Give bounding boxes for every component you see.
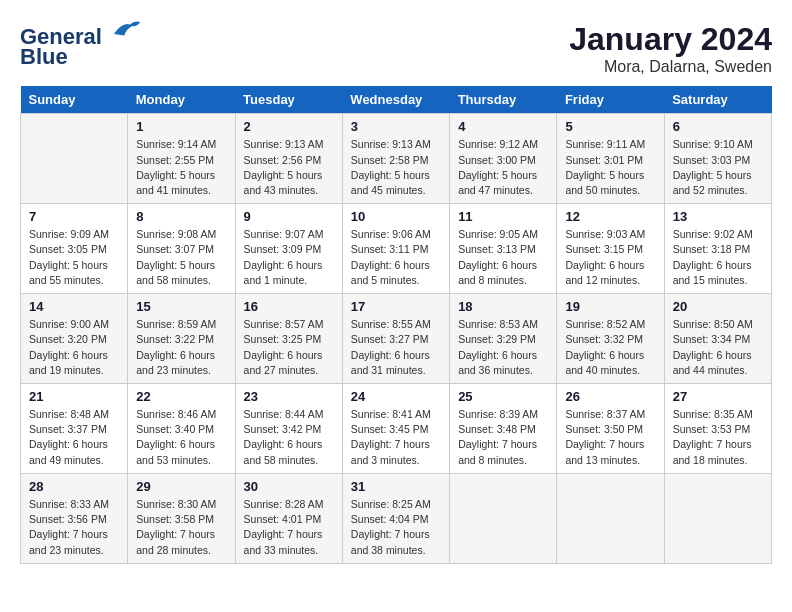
header-friday: Friday (557, 86, 664, 114)
day-info: Sunrise: 8:55 AM Sunset: 3:27 PM Dayligh… (351, 317, 441, 378)
calendar-cell (557, 473, 664, 563)
calendar-cell: 23Sunrise: 8:44 AM Sunset: 3:42 PM Dayli… (235, 384, 342, 474)
calendar-table: Sunday Monday Tuesday Wednesday Thursday… (20, 86, 772, 563)
day-number: 4 (458, 119, 548, 134)
page-subtitle: Mora, Dalarna, Sweden (569, 58, 772, 76)
day-info: Sunrise: 8:48 AM Sunset: 3:37 PM Dayligh… (29, 407, 119, 468)
day-info: Sunrise: 8:50 AM Sunset: 3:34 PM Dayligh… (673, 317, 763, 378)
calendar-cell: 25Sunrise: 8:39 AM Sunset: 3:48 PM Dayli… (450, 384, 557, 474)
calendar-cell: 15Sunrise: 8:59 AM Sunset: 3:22 PM Dayli… (128, 294, 235, 384)
day-info: Sunrise: 9:10 AM Sunset: 3:03 PM Dayligh… (673, 137, 763, 198)
calendar-cell: 26Sunrise: 8:37 AM Sunset: 3:50 PM Dayli… (557, 384, 664, 474)
header-thursday: Thursday (450, 86, 557, 114)
calendar-cell: 13Sunrise: 9:02 AM Sunset: 3:18 PM Dayli… (664, 204, 771, 294)
day-info: Sunrise: 8:35 AM Sunset: 3:53 PM Dayligh… (673, 407, 763, 468)
day-info: Sunrise: 8:52 AM Sunset: 3:32 PM Dayligh… (565, 317, 655, 378)
logo: General Blue (20, 20, 142, 69)
day-number: 6 (673, 119, 763, 134)
calendar-cell: 24Sunrise: 8:41 AM Sunset: 3:45 PM Dayli… (342, 384, 449, 474)
calendar-cell: 22Sunrise: 8:46 AM Sunset: 3:40 PM Dayli… (128, 384, 235, 474)
day-info: Sunrise: 9:00 AM Sunset: 3:20 PM Dayligh… (29, 317, 119, 378)
calendar-cell: 30Sunrise: 8:28 AM Sunset: 4:01 PM Dayli… (235, 473, 342, 563)
calendar-cell: 11Sunrise: 9:05 AM Sunset: 3:13 PM Dayli… (450, 204, 557, 294)
calendar-cell (664, 473, 771, 563)
day-number: 12 (565, 209, 655, 224)
day-number: 25 (458, 389, 548, 404)
day-number: 20 (673, 299, 763, 314)
calendar-cell: 8Sunrise: 9:08 AM Sunset: 3:07 PM Daylig… (128, 204, 235, 294)
header-wednesday: Wednesday (342, 86, 449, 114)
day-number: 14 (29, 299, 119, 314)
day-number: 27 (673, 389, 763, 404)
calendar-cell: 18Sunrise: 8:53 AM Sunset: 3:29 PM Dayli… (450, 294, 557, 384)
day-info: Sunrise: 9:11 AM Sunset: 3:01 PM Dayligh… (565, 137, 655, 198)
day-number: 21 (29, 389, 119, 404)
day-info: Sunrise: 9:06 AM Sunset: 3:11 PM Dayligh… (351, 227, 441, 288)
day-info: Sunrise: 9:13 AM Sunset: 2:56 PM Dayligh… (244, 137, 334, 198)
calendar-week-row: 28Sunrise: 8:33 AM Sunset: 3:56 PM Dayli… (21, 473, 772, 563)
calendar-cell: 27Sunrise: 8:35 AM Sunset: 3:53 PM Dayli… (664, 384, 771, 474)
day-number: 2 (244, 119, 334, 134)
header-monday: Monday (128, 86, 235, 114)
day-info: Sunrise: 8:33 AM Sunset: 3:56 PM Dayligh… (29, 497, 119, 558)
day-number: 31 (351, 479, 441, 494)
calendar-cell: 21Sunrise: 8:48 AM Sunset: 3:37 PM Dayli… (21, 384, 128, 474)
day-number: 9 (244, 209, 334, 224)
day-info: Sunrise: 9:05 AM Sunset: 3:13 PM Dayligh… (458, 227, 548, 288)
day-info: Sunrise: 8:37 AM Sunset: 3:50 PM Dayligh… (565, 407, 655, 468)
calendar-cell: 17Sunrise: 8:55 AM Sunset: 3:27 PM Dayli… (342, 294, 449, 384)
day-number: 23 (244, 389, 334, 404)
calendar-cell (450, 473, 557, 563)
calendar-cell: 2Sunrise: 9:13 AM Sunset: 2:56 PM Daylig… (235, 114, 342, 204)
day-info: Sunrise: 9:09 AM Sunset: 3:05 PM Dayligh… (29, 227, 119, 288)
day-info: Sunrise: 9:12 AM Sunset: 3:00 PM Dayligh… (458, 137, 548, 198)
day-number: 26 (565, 389, 655, 404)
day-info: Sunrise: 9:08 AM Sunset: 3:07 PM Dayligh… (136, 227, 226, 288)
calendar-cell: 3Sunrise: 9:13 AM Sunset: 2:58 PM Daylig… (342, 114, 449, 204)
day-number: 11 (458, 209, 548, 224)
day-info: Sunrise: 9:03 AM Sunset: 3:15 PM Dayligh… (565, 227, 655, 288)
day-info: Sunrise: 9:13 AM Sunset: 2:58 PM Dayligh… (351, 137, 441, 198)
calendar-cell: 1Sunrise: 9:14 AM Sunset: 2:55 PM Daylig… (128, 114, 235, 204)
day-number: 8 (136, 209, 226, 224)
day-info: Sunrise: 8:25 AM Sunset: 4:04 PM Dayligh… (351, 497, 441, 558)
day-info: Sunrise: 8:30 AM Sunset: 3:58 PM Dayligh… (136, 497, 226, 558)
day-info: Sunrise: 8:39 AM Sunset: 3:48 PM Dayligh… (458, 407, 548, 468)
day-number: 16 (244, 299, 334, 314)
calendar-cell: 20Sunrise: 8:50 AM Sunset: 3:34 PM Dayli… (664, 294, 771, 384)
calendar-cell: 6Sunrise: 9:10 AM Sunset: 3:03 PM Daylig… (664, 114, 771, 204)
page-title: January 2024 (569, 20, 772, 58)
day-number: 7 (29, 209, 119, 224)
logo-text-line2: Blue (20, 44, 68, 69)
title-block: January 2024 Mora, Dalarna, Sweden (569, 20, 772, 76)
day-number: 13 (673, 209, 763, 224)
day-info: Sunrise: 8:28 AM Sunset: 4:01 PM Dayligh… (244, 497, 334, 558)
day-number: 24 (351, 389, 441, 404)
day-info: Sunrise: 9:14 AM Sunset: 2:55 PM Dayligh… (136, 137, 226, 198)
calendar-cell: 31Sunrise: 8:25 AM Sunset: 4:04 PM Dayli… (342, 473, 449, 563)
day-info: Sunrise: 8:59 AM Sunset: 3:22 PM Dayligh… (136, 317, 226, 378)
day-number: 19 (565, 299, 655, 314)
calendar-week-row: 21Sunrise: 8:48 AM Sunset: 3:37 PM Dayli… (21, 384, 772, 474)
day-number: 1 (136, 119, 226, 134)
logo-bird-icon (110, 16, 142, 44)
calendar-week-row: 7Sunrise: 9:09 AM Sunset: 3:05 PM Daylig… (21, 204, 772, 294)
day-number: 29 (136, 479, 226, 494)
day-info: Sunrise: 8:41 AM Sunset: 3:45 PM Dayligh… (351, 407, 441, 468)
calendar-cell: 5Sunrise: 9:11 AM Sunset: 3:01 PM Daylig… (557, 114, 664, 204)
day-number: 18 (458, 299, 548, 314)
calendar-cell (21, 114, 128, 204)
calendar-cell: 9Sunrise: 9:07 AM Sunset: 3:09 PM Daylig… (235, 204, 342, 294)
page-header: General Blue January 2024 Mora, Dalarna,… (20, 20, 772, 76)
calendar-cell: 4Sunrise: 9:12 AM Sunset: 3:00 PM Daylig… (450, 114, 557, 204)
day-info: Sunrise: 9:02 AM Sunset: 3:18 PM Dayligh… (673, 227, 763, 288)
calendar-cell: 12Sunrise: 9:03 AM Sunset: 3:15 PM Dayli… (557, 204, 664, 294)
day-number: 30 (244, 479, 334, 494)
day-info: Sunrise: 8:44 AM Sunset: 3:42 PM Dayligh… (244, 407, 334, 468)
day-number: 10 (351, 209, 441, 224)
day-number: 15 (136, 299, 226, 314)
day-number: 5 (565, 119, 655, 134)
day-info: Sunrise: 8:57 AM Sunset: 3:25 PM Dayligh… (244, 317, 334, 378)
calendar-week-row: 14Sunrise: 9:00 AM Sunset: 3:20 PM Dayli… (21, 294, 772, 384)
calendar-header-row: Sunday Monday Tuesday Wednesday Thursday… (21, 86, 772, 114)
